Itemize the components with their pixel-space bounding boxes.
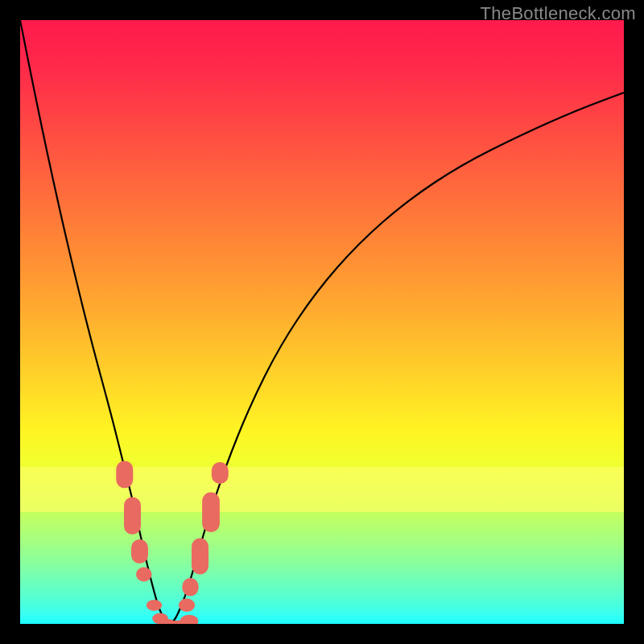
data-markers [116,461,229,625]
plot-area [20,20,624,624]
data-marker [182,578,198,597]
bottleneck-curve [20,20,624,623]
data-marker [202,493,220,533]
data-marker [124,497,141,535]
data-marker [192,539,208,575]
curve-svg [20,20,624,624]
data-marker [136,568,152,582]
data-marker [212,462,229,484]
data-marker [180,615,199,624]
data-marker [116,461,133,489]
chart-frame: TheBottleneck.com [0,0,644,644]
data-marker [131,539,148,564]
data-marker [179,599,195,613]
data-marker [147,600,163,611]
